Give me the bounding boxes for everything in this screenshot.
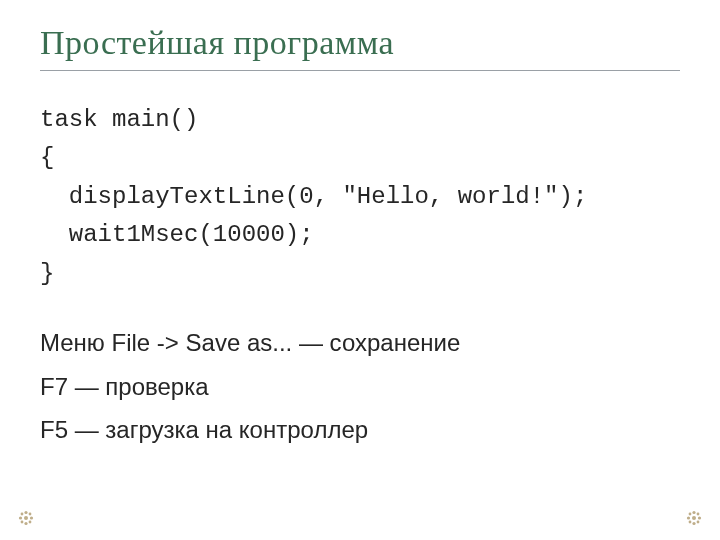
svg-point-8 — [29, 521, 32, 524]
svg-point-6 — [29, 513, 32, 516]
svg-point-4 — [30, 516, 33, 519]
svg-point-10 — [692, 511, 695, 514]
svg-point-1 — [24, 511, 27, 514]
svg-point-2 — [24, 522, 27, 525]
note-line: Меню File -> Save as... — сохранение — [40, 323, 680, 363]
svg-point-11 — [692, 522, 695, 525]
code-line: } — [40, 260, 54, 287]
svg-point-0 — [24, 516, 28, 520]
svg-point-13 — [698, 516, 701, 519]
slide: Простейшая программа task main() { displ… — [0, 0, 720, 540]
code-line: displayTextLine(0, "Hello, world!"); — [40, 183, 587, 210]
svg-point-14 — [689, 513, 692, 516]
slide-title: Простейшая программа — [40, 24, 680, 62]
svg-point-7 — [21, 521, 24, 524]
ornament-icon — [686, 510, 702, 526]
code-line: wait1Msec(10000); — [40, 221, 314, 248]
code-line: { — [40, 144, 54, 171]
svg-point-17 — [697, 521, 700, 524]
notes-block: Меню File -> Save as... — сохранение F7 … — [40, 323, 680, 450]
title-underline — [40, 70, 680, 71]
svg-point-3 — [19, 516, 22, 519]
svg-point-9 — [692, 516, 696, 520]
code-block: task main() { displayTextLine(0, "Hello,… — [40, 101, 680, 293]
note-line: F7 — проверка — [40, 367, 680, 407]
ornament-icon — [18, 510, 34, 526]
svg-point-15 — [697, 513, 700, 516]
svg-point-12 — [687, 516, 690, 519]
svg-point-16 — [689, 521, 692, 524]
code-line: task main() — [40, 106, 198, 133]
svg-point-5 — [21, 513, 24, 516]
note-line: F5 — загрузка на контроллер — [40, 410, 680, 450]
